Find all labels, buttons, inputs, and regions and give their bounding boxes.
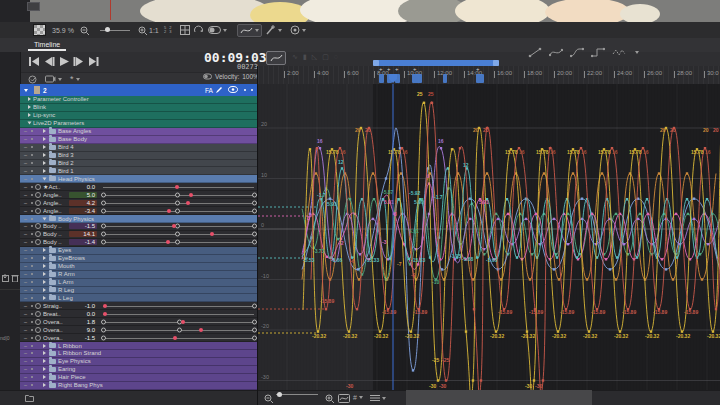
track-row[interactable]: Blink bbox=[20, 104, 258, 112]
curve-toggle-icon[interactable]: ~ bbox=[22, 136, 29, 142]
row-chevron-icon[interactable] bbox=[43, 137, 46, 141]
row-chevron-icon[interactable] bbox=[28, 113, 31, 117]
snap-option-icon[interactable]: * bbox=[70, 74, 80, 84]
curve-toggle-icon[interactable]: ~ bbox=[22, 382, 29, 388]
zoom-value[interactable]: 35.9% bbox=[52, 24, 74, 36]
track-row[interactable]: ~Breat..0.0 bbox=[20, 310, 258, 318]
background-swatch[interactable] bbox=[33, 24, 46, 36]
row-chevron-icon[interactable] bbox=[43, 367, 46, 371]
zoom-slider[interactable] bbox=[100, 30, 130, 31]
curve-toggle-icon[interactable]: ~ bbox=[22, 366, 29, 372]
row-chevron-icon[interactable] bbox=[43, 217, 47, 220]
slider-current-dot[interactable] bbox=[166, 240, 170, 244]
row-chevron-icon[interactable] bbox=[43, 272, 46, 276]
track-row[interactable]: ~Earing bbox=[20, 366, 258, 374]
display-options-icon[interactable] bbox=[370, 394, 386, 402]
curve-toggle-icon[interactable]: ~ bbox=[22, 223, 29, 229]
slider-current-dot[interactable] bbox=[189, 193, 193, 197]
track-row[interactable]: ~Body Physics bbox=[20, 215, 258, 223]
curve-toggle-icon[interactable]: ~ bbox=[22, 295, 29, 301]
track-row[interactable]: ~Mouth bbox=[20, 263, 258, 271]
param-value[interactable]: -1.5 bbox=[69, 223, 97, 229]
track-row[interactable]: ~Head Physics bbox=[20, 175, 258, 183]
curve-toggle-icon[interactable]: ~ bbox=[22, 303, 29, 309]
row-chevron-icon[interactable] bbox=[28, 122, 32, 125]
track-row[interactable]: ~Eye Physics bbox=[20, 358, 258, 366]
track-row[interactable]: ~Angle..4.2 bbox=[20, 199, 258, 207]
row-chevron-icon[interactable] bbox=[43, 351, 46, 355]
parameter-track-list[interactable]: Parameter ControllerBlinkLip-syncLive2D … bbox=[20, 96, 258, 390]
param-slider[interactable] bbox=[103, 326, 254, 333]
curve-toggle-icon[interactable]: ~ bbox=[22, 343, 29, 349]
easing-random-button[interactable] bbox=[612, 47, 628, 58]
camera-option-icon[interactable] bbox=[45, 75, 62, 83]
row-chevron-icon[interactable] bbox=[43, 161, 46, 165]
track-row[interactable]: ~L Ribbon Strand bbox=[20, 350, 258, 358]
curve-toggle-icon[interactable]: ~ bbox=[22, 279, 29, 285]
track-row[interactable]: ~R Arm bbox=[20, 271, 258, 279]
timeline-zoom-in-icon[interactable] bbox=[325, 394, 334, 403]
row-chevron-icon[interactable] bbox=[43, 169, 46, 173]
track-name[interactable]: 2 bbox=[43, 87, 47, 94]
curve-toggle-icon[interactable]: ~ bbox=[22, 287, 29, 293]
slider-current-dot[interactable] bbox=[103, 312, 107, 316]
curve-toggle-icon[interactable]: ~ bbox=[22, 176, 29, 182]
param-value[interactable]: 9.0 bbox=[69, 327, 97, 333]
option-dot[interactable] bbox=[244, 89, 246, 91]
param-value[interactable]: -1.5 bbox=[69, 335, 97, 341]
row-chevron-icon[interactable] bbox=[43, 280, 46, 284]
panel-splitter[interactable] bbox=[257, 66, 258, 405]
zoom-out-icon[interactable] bbox=[80, 24, 89, 36]
selected-keyframe-marker[interactable] bbox=[476, 74, 484, 83]
row-chevron-icon[interactable] bbox=[43, 264, 46, 268]
curve-toggle-icon[interactable]: ~ bbox=[22, 239, 29, 245]
track-row[interactable]: ~L Leg bbox=[20, 294, 258, 302]
curve-toggle-icon[interactable]: ~ bbox=[22, 128, 29, 134]
selected-keyframe-marker[interactable] bbox=[379, 74, 384, 83]
track-row[interactable]: ~EyeBrows bbox=[20, 255, 258, 263]
param-value[interactable]: 14.1 bbox=[69, 231, 97, 237]
velocity-control[interactable]: Velocity: 100% bbox=[203, 73, 259, 80]
slider-current-dot[interactable] bbox=[103, 304, 107, 308]
curve-toggle-icon[interactable]: ~ bbox=[22, 208, 29, 214]
param-value[interactable]: 0.0 bbox=[69, 311, 97, 317]
curve-toggle-icon[interactable]: ~ bbox=[22, 311, 29, 317]
param-slider[interactable] bbox=[103, 239, 254, 246]
go-to-end-button[interactable] bbox=[87, 56, 100, 66]
tab-timeline[interactable]: Timeline bbox=[28, 40, 66, 51]
row-chevron-icon[interactable] bbox=[43, 153, 46, 157]
row-chevron-icon[interactable] bbox=[28, 97, 31, 101]
row-chevron-icon[interactable] bbox=[43, 296, 46, 300]
grid-icon[interactable] bbox=[180, 24, 190, 36]
curve-editor-canvas[interactable]: 20100-10-20-3025252020202020202020161615… bbox=[258, 84, 720, 390]
scene-canvas-preview[interactable] bbox=[0, 0, 720, 22]
track-row[interactable]: ~Base Body bbox=[20, 136, 258, 144]
slider-current-dot[interactable] bbox=[167, 209, 171, 213]
step-forward-button[interactable] bbox=[72, 56, 85, 66]
eye-icon[interactable] bbox=[228, 86, 238, 93]
curve-toggle-icon[interactable]: ~ bbox=[22, 160, 29, 166]
slider-current-dot[interactable] bbox=[175, 185, 179, 189]
track-row[interactable]: ~Overa..9.0 bbox=[20, 326, 258, 334]
track-row[interactable]: ~Body ..-1.5 bbox=[20, 223, 258, 231]
track-row[interactable]: ~Straig..-1.0 bbox=[20, 302, 258, 310]
row-chevron-icon[interactable] bbox=[43, 288, 46, 292]
curve-toggle-icon[interactable]: ~ bbox=[22, 200, 29, 206]
pose-mode-icon[interactable]: ▮ bbox=[303, 53, 307, 61]
param-value[interactable]: 5.0 bbox=[69, 192, 97, 198]
step-back-button[interactable] bbox=[42, 56, 55, 66]
actual-size-button[interactable]: 1:1 bbox=[149, 24, 159, 36]
collapse-chevron-icon[interactable] bbox=[24, 89, 28, 92]
curve-toggle-icon[interactable]: ~ bbox=[22, 192, 29, 198]
track-row[interactable]: ~Bird 4 bbox=[20, 144, 258, 152]
slider-current-dot[interactable] bbox=[173, 336, 177, 340]
param-slider[interactable] bbox=[103, 318, 254, 325]
row-chevron-icon[interactable] bbox=[43, 145, 46, 149]
param-value[interactable]: -3.4 bbox=[69, 208, 97, 214]
track-row[interactable]: ~Angle..-3.4 bbox=[20, 207, 258, 215]
easing-more-chevron[interactable] bbox=[635, 51, 639, 54]
row-chevron-icon[interactable] bbox=[43, 359, 46, 363]
track-row[interactable]: ~Body ..14.1 bbox=[20, 231, 258, 239]
snapshot-icon[interactable] bbox=[290, 24, 306, 36]
curve-toggle-icon[interactable]: ~ bbox=[22, 271, 29, 277]
